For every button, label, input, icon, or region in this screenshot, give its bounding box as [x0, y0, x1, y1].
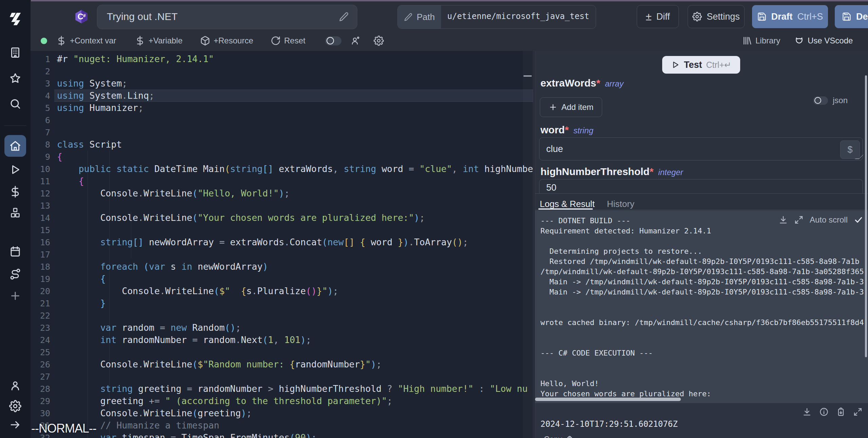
- diff-label: Diff: [656, 12, 670, 22]
- download-result-icon[interactable]: [802, 407, 812, 417]
- code-line[interactable]: 6: [31, 114, 533, 126]
- logs-horizontal-scrollbar[interactable]: [535, 398, 681, 401]
- code-line[interactable]: 31 // Humanize a timespan: [31, 419, 533, 432]
- highnumberthreshold-input[interactable]: 50: [539, 179, 863, 193]
- json-toggle[interactable]: [813, 96, 828, 105]
- code-line[interactable]: 29 greeting += " (according to the thres…: [31, 395, 533, 407]
- code-line[interactable]: 13: [31, 199, 533, 212]
- use-vscode-button[interactable]: Use VScode: [794, 31, 853, 51]
- panel-vertical-scrollbar[interactable]: [865, 75, 867, 357]
- windmill-logo-icon[interactable]: [7, 11, 23, 27]
- sidebar: [0, 0, 31, 438]
- code-line[interactable]: 21 }: [31, 297, 533, 309]
- reset-label: Reset: [284, 36, 305, 45]
- draft-button[interactable]: Draft Ctrl+S: [752, 5, 828, 28]
- tab-history[interactable]: History: [607, 199, 634, 209]
- insert-variable-button[interactable]: $: [840, 140, 860, 159]
- code-line[interactable]: 17: [31, 248, 533, 261]
- line-number: 27: [31, 371, 50, 383]
- multiplayer-icon: [351, 36, 361, 46]
- code-lines: 1#r "nuget: Humanizer, 2.14.1"23using Sy…: [31, 53, 533, 438]
- code-line[interactable]: 2: [31, 65, 533, 77]
- sidebar-item-home[interactable]: [4, 135, 26, 157]
- path-field[interactable]: Path u/etienne/microsoft_java_test: [397, 5, 596, 29]
- code-line[interactable]: 23 var random = new Random();: [31, 322, 533, 334]
- add-context-var-button[interactable]: +Context var: [56, 31, 116, 51]
- download-logs-icon[interactable]: [778, 215, 788, 225]
- log-line: [540, 307, 868, 318]
- code-line[interactable]: 15: [31, 224, 533, 236]
- code-editor[interactable]: 1#r "nuget: Humanizer, 2.14.1"23using Sy…: [31, 51, 533, 438]
- line-number: 6: [31, 114, 50, 127]
- plus-icon: [549, 103, 557, 112]
- sidebar-item-runs[interactable]: [9, 164, 21, 176]
- home-icon: [9, 140, 21, 152]
- code-line[interactable]: 8class Script: [31, 138, 533, 151]
- line-number: 24: [31, 334, 50, 346]
- code-line[interactable]: 32 var timespan = TimeSpan.FromMinutes(9…: [31, 432, 533, 438]
- edit-title-pencil-icon[interactable]: [339, 12, 349, 22]
- editor-settings-button[interactable]: [374, 31, 384, 51]
- word-input[interactable]: clue $: [539, 137, 863, 160]
- test-button[interactable]: Test Ctrl+↵: [662, 56, 740, 74]
- code-line[interactable]: 26 Console.WriteLine($"Random number: {r…: [31, 358, 533, 370]
- code-line[interactable]: 9{: [31, 151, 533, 163]
- auto-scroll-checkbox[interactable]: [854, 215, 863, 225]
- editor-scrollbar[interactable]: [523, 51, 533, 438]
- code-line[interactable]: 20 Console.WriteLine($" {s.Pluralize()}"…: [31, 285, 533, 297]
- copy-result-icon[interactable]: [836, 407, 846, 417]
- code-line[interactable]: 24 int randomNumber = random.Next(1, 101…: [31, 334, 533, 346]
- code-line[interactable]: 7: [31, 126, 533, 138]
- code-line[interactable]: 11 {: [31, 175, 533, 187]
- multiplayer-button[interactable]: [351, 31, 361, 51]
- code-line[interactable]: 25: [31, 346, 533, 358]
- edit-path-pencil-icon[interactable]: [404, 13, 413, 21]
- add-resource-button[interactable]: +Resource: [200, 31, 253, 51]
- script-title-field[interactable]: Trying out .NET: [97, 5, 357, 29]
- code-line[interactable]: 22: [31, 309, 533, 322]
- sidebar-item-schedules[interactable]: [9, 245, 21, 258]
- library-button[interactable]: Library: [742, 31, 780, 51]
- sidebar-item-favorites[interactable]: [9, 72, 21, 84]
- info-icon[interactable]: [819, 407, 829, 417]
- code-line[interactable]: 18 foreach (var s in newWordArray): [31, 261, 533, 273]
- code-line[interactable]: 16 string[] newWordArray = extraWords.Co…: [31, 236, 533, 248]
- toolbar-toggle[interactable]: [325, 31, 341, 51]
- code-line[interactable]: 10 public static DateTime Main(string[] …: [31, 163, 533, 175]
- sidebar-item-settings[interactable]: [9, 400, 21, 412]
- add-variable-button[interactable]: +Variable: [135, 31, 182, 51]
- code-line[interactable]: 14 Console.WriteLine("Your chosen words …: [31, 212, 533, 224]
- code-line[interactable]: 28 string greeting = randomNumber > high…: [31, 383, 533, 395]
- log-line: Main -> /tmp/windmill/wk-default-89p2b-I…: [540, 277, 868, 287]
- code-line[interactable]: 4using System.Linq;: [31, 90, 533, 102]
- sidebar-item-resources[interactable]: [9, 207, 21, 219]
- line-number: 30: [31, 407, 50, 420]
- line-number: 25: [31, 346, 50, 359]
- code-line[interactable]: 30 Console.WriteLine(greeting);: [31, 407, 533, 419]
- toggle-off[interactable]: [325, 36, 341, 45]
- copy-button[interactable]: Copy: [544, 435, 574, 438]
- field-name: highNumberThreshold: [540, 166, 650, 177]
- auto-scroll-label: Auto scroll: [810, 215, 848, 225]
- add-item-button[interactable]: Add item: [540, 97, 602, 117]
- deploy-button[interactable]: Deploy: [835, 5, 868, 28]
- expand-result-icon[interactable]: [853, 407, 863, 417]
- sidebar-item-more[interactable]: [9, 290, 21, 302]
- sidebar-item-search[interactable]: [9, 98, 21, 110]
- diff-button[interactable]: ± Diff: [637, 5, 679, 28]
- code-line[interactable]: 1#r "nuget: Humanizer, 2.14.1": [31, 53, 533, 65]
- sidebar-item-variables[interactable]: [9, 186, 21, 198]
- tab-logs-result[interactable]: Logs & Result: [540, 199, 595, 209]
- sidebar-item-account[interactable]: [9, 380, 21, 392]
- code-line[interactable]: 27: [31, 370, 533, 383]
- code-line[interactable]: 5using Humanizer;: [31, 102, 533, 114]
- expand-logs-icon[interactable]: [794, 215, 804, 225]
- sidebar-expand-icon[interactable]: [9, 419, 21, 431]
- sidebar-item-workspace[interactable]: [9, 46, 21, 59]
- code-line[interactable]: 19 {: [31, 273, 533, 285]
- sidebar-item-flows[interactable]: [9, 268, 21, 280]
- reset-button[interactable]: Reset: [271, 31, 305, 51]
- settings-button[interactable]: Settings: [688, 5, 745, 28]
- code-line[interactable]: 3using System;: [31, 77, 533, 90]
- code-line[interactable]: 12 Console.WriteLine("Hello, World!");: [31, 187, 533, 199]
